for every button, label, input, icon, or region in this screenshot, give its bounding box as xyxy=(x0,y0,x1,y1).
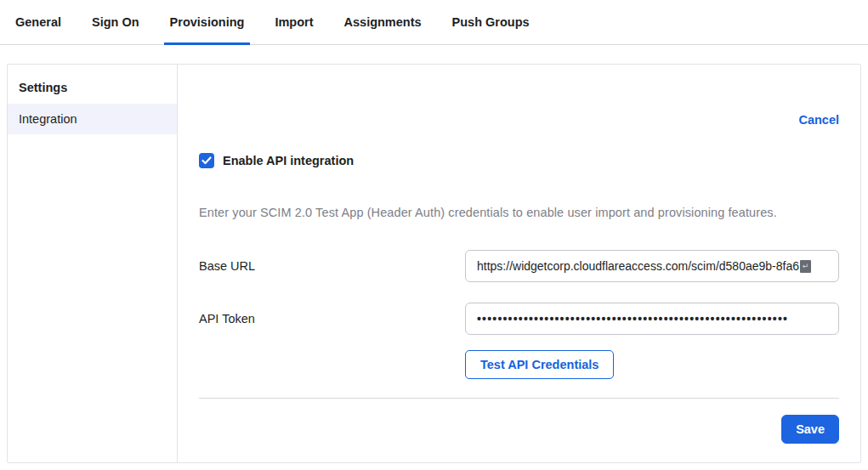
test-api-credentials-button[interactable]: Test API Credentials xyxy=(465,350,614,379)
api-token-label: API Token xyxy=(199,312,465,326)
enable-api-checkbox[interactable] xyxy=(199,153,214,168)
credentials-description: Enter your SCIM 2.0 Test App (Header Aut… xyxy=(199,206,839,219)
enable-api-row: Enable API integration xyxy=(199,153,839,168)
tab-general[interactable]: General xyxy=(15,0,61,44)
base-url-input[interactable]: https://widgetcorp.cloudflareaccess.com/… xyxy=(465,250,839,282)
settings-sidebar: Settings Integration xyxy=(8,65,178,462)
base-url-value: https://widgetcorp.cloudflareaccess.com/… xyxy=(477,259,799,273)
enable-api-label: Enable API integration xyxy=(223,154,354,167)
api-token-input[interactable] xyxy=(465,303,839,335)
text-selection-block: ↵ xyxy=(800,260,811,273)
provisioning-panel: Settings Integration Cancel Enable API i… xyxy=(7,64,861,463)
cancel-link[interactable]: Cancel xyxy=(798,113,839,127)
test-credentials-row: Test API Credentials xyxy=(465,350,839,379)
tab-import[interactable]: Import xyxy=(275,0,313,44)
tab-provisioning[interactable]: Provisioning xyxy=(170,0,245,44)
sidebar-heading: Settings xyxy=(8,71,177,104)
integration-settings-content: Cancel Enable API integration Enter your… xyxy=(178,65,860,462)
cancel-row: Cancel xyxy=(199,112,839,127)
tab-sign-on[interactable]: Sign On xyxy=(92,0,139,44)
form-divider xyxy=(199,398,839,399)
app-tabbar: General Sign On Provisioning Import Assi… xyxy=(0,0,868,45)
check-icon xyxy=(201,156,212,165)
base-url-label: Base URL xyxy=(199,259,465,273)
tab-assignments[interactable]: Assignments xyxy=(344,0,422,44)
credentials-form: Base URL https://widgetcorp.cloudflareac… xyxy=(199,250,839,379)
sidebar-item-integration[interactable]: Integration xyxy=(8,104,177,134)
save-button[interactable]: Save xyxy=(781,415,839,444)
save-row: Save xyxy=(199,415,839,444)
tab-push-groups[interactable]: Push Groups xyxy=(452,0,530,44)
